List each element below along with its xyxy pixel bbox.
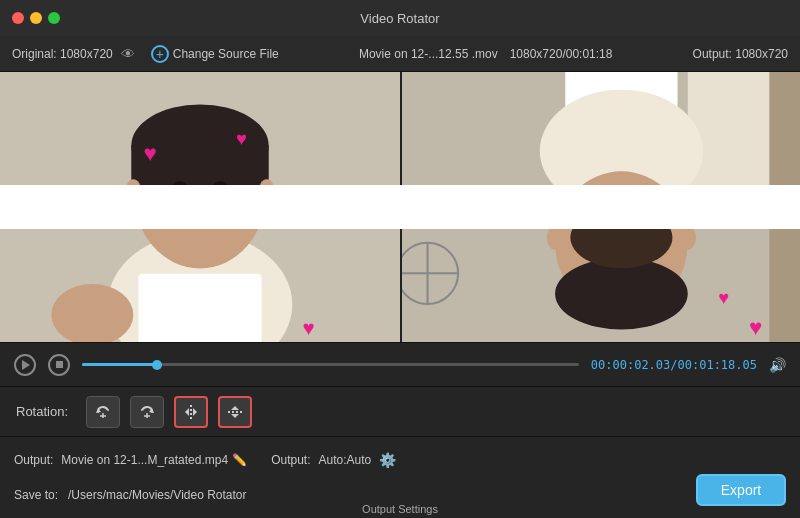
close-button[interactable]	[12, 12, 24, 24]
playback-bar: 00:00:02.03/00:01:18.05 🔊	[0, 342, 800, 386]
change-source-button[interactable]: + Change Source File	[151, 45, 279, 63]
output-format-value: Auto:Auto	[318, 453, 371, 467]
svg-point-25	[547, 225, 563, 249]
current-time: 00:00:02.03	[591, 358, 670, 372]
bottom-row-1: Output: Movie on 12-1...M_ratated.mp4 ✏️…	[14, 447, 786, 473]
rotate-left-button[interactable]	[86, 396, 120, 428]
rotate-left-icon	[94, 403, 112, 421]
output-label-1: Output:	[14, 453, 53, 467]
traffic-lights	[12, 12, 60, 24]
svg-point-26	[680, 225, 696, 249]
output-file-name: Movie on 12-1...M_ratated.mp4 ✏️	[61, 453, 247, 467]
play-icon	[22, 360, 30, 370]
app-title: Video Rotator	[360, 11, 439, 26]
top-bar: Original: 1080x720 👁 + Change Source Fil…	[0, 36, 800, 72]
maximize-button[interactable]	[48, 12, 60, 24]
video-area: ♥ ♥ ♥	[0, 72, 800, 342]
save-label: Save to:	[14, 488, 60, 502]
svg-text:♥: ♥	[236, 128, 247, 149]
export-button[interactable]: Export	[696, 474, 786, 506]
minimize-button[interactable]	[30, 12, 42, 24]
file-meta: 1080x720/00:01:18	[510, 47, 613, 61]
svg-point-21	[555, 258, 688, 329]
output-settings-label: Output Settings	[362, 503, 438, 515]
progress-thumb[interactable]	[152, 360, 162, 370]
flip-horizontal-icon	[182, 403, 200, 421]
svg-marker-40	[193, 408, 197, 416]
progress-container[interactable]	[82, 363, 579, 366]
svg-marker-39	[185, 408, 189, 416]
rotate-right-button[interactable]	[130, 396, 164, 428]
svg-rect-2	[138, 274, 261, 342]
rotation-label: Rotation:	[16, 404, 76, 419]
stop-icon	[56, 361, 63, 368]
eye-icon[interactable]: 👁	[121, 46, 135, 62]
file-info: Movie on 12-...12.55 .mov 1080x720/00:01…	[295, 47, 677, 61]
flip-vertical-button[interactable]	[218, 396, 252, 428]
original-info: Original: 1080x720 👁	[12, 46, 135, 62]
output-info: Output: 1080x720	[693, 47, 788, 61]
flip-vertical-icon	[226, 403, 244, 421]
output-file-text: Movie on 12-1...M_ratated.mp4	[61, 453, 228, 467]
total-time: /00:01:18.05	[670, 358, 757, 372]
stop-button[interactable]	[48, 354, 70, 376]
rotation-bar: Rotation:	[0, 386, 800, 436]
title-bar: Video Rotator	[0, 0, 800, 36]
time-display: 00:00:02.03/00:01:18.05	[591, 358, 757, 372]
gear-icon[interactable]: ⚙️	[379, 452, 396, 468]
flip-horizontal-button[interactable]	[174, 396, 208, 428]
volume-icon[interactable]: 🔊	[769, 357, 786, 373]
export-label: Export	[721, 482, 761, 498]
bottom-area: Output: Movie on 12-1...M_ratated.mp4 ✏️…	[0, 436, 800, 518]
file-name: Movie on 12-...12.55 .mov	[359, 47, 498, 61]
redaction-bar	[0, 185, 800, 229]
change-source-label: Change Source File	[173, 47, 279, 61]
svg-marker-42	[231, 406, 239, 410]
play-button[interactable]	[14, 354, 36, 376]
plus-circle-icon: +	[151, 45, 169, 63]
svg-marker-43	[231, 414, 239, 418]
svg-text:♥: ♥	[144, 141, 157, 166]
output-format-label: Output:	[271, 453, 310, 467]
svg-text:♥: ♥	[749, 315, 762, 340]
svg-text:♥: ♥	[718, 287, 729, 308]
progress-track[interactable]	[82, 363, 579, 366]
original-label: Original: 1080x720	[12, 47, 113, 61]
rotate-right-icon	[138, 403, 156, 421]
progress-fill	[82, 363, 157, 366]
edit-icon[interactable]: ✏️	[232, 453, 247, 467]
svg-text:♥: ♥	[303, 316, 315, 339]
